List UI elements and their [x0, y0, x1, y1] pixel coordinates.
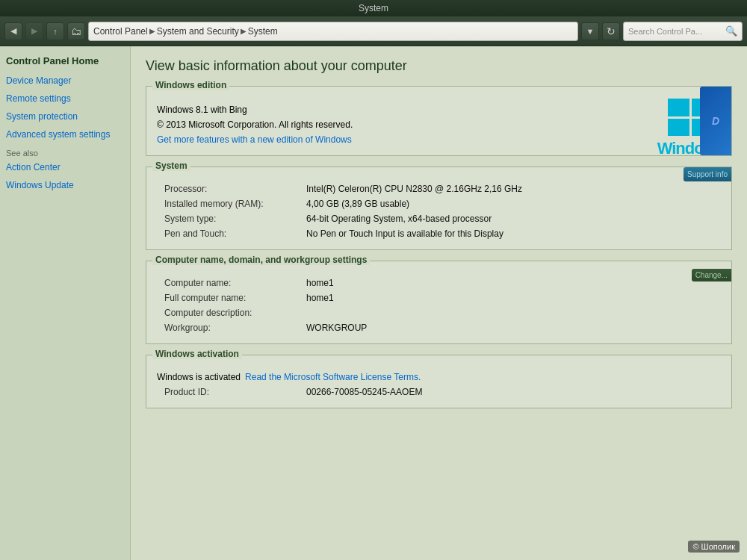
computer-desc-label: Computer description: [157, 308, 306, 318]
breadcrumb-system[interactable]: System [248, 26, 278, 37]
system-section-label: System [152, 161, 190, 171]
computer-name-label: Computer name: [157, 278, 306, 288]
content-area: View basic information about your comput… [131, 46, 747, 560]
computer-name-row: Computer name: home1 [157, 278, 721, 288]
sidebar-system-protection[interactable]: System protection [6, 111, 124, 122]
sidebar-home-link[interactable]: Control Panel Home [6, 55, 124, 66]
refresh-button[interactable]: ↻ [602, 22, 620, 40]
back-button[interactable]: ◀ [4, 22, 22, 40]
computer-desc-row: Computer description: [157, 308, 721, 318]
win-tile-1 [668, 99, 689, 116]
title-text: System [359, 3, 388, 13]
computer-name-value: home1 [306, 278, 334, 288]
computer-name-section: Computer name, domain, and workgroup set… [146, 261, 732, 344]
breadcrumb-sep-1: ▶ [149, 27, 155, 35]
system-section: System Support info Processor: Intel(R) … [146, 167, 732, 250]
pen-touch-row: Pen and Touch: No Pen or Touch Input is … [157, 228, 721, 239]
support-info-text: Support info [687, 170, 728, 178]
full-computer-name-row: Full computer name: home1 [157, 293, 721, 303]
edition-row: Windows 8.1 with Bing [157, 105, 721, 115]
dropdown-button[interactable]: ▼ [581, 22, 599, 40]
system-type-value: 64-bit Operating System, x64-based proce… [306, 214, 492, 224]
windows-edition-content: Windows 8.1 with Bing © 2013 Microsoft C… [157, 105, 721, 145]
dell-logo: D [700, 87, 731, 155]
breadcrumb-control-panel[interactable]: Control Panel [93, 26, 148, 37]
full-computer-name-label: Full computer name: [157, 293, 306, 303]
edition-value: Windows 8.1 with Bing [157, 105, 247, 115]
see-also-label: See also [6, 149, 124, 158]
copyright-text: © 2013 Microsoft Corporation. All rights… [157, 119, 353, 130]
more-features-row: Get more features with a new edition of … [157, 134, 721, 145]
product-id-row: Product ID: 00266-70085-05245-AAOEM [157, 387, 721, 397]
ram-row: Installed memory (RAM): 4,00 GB (3,89 GB… [157, 199, 721, 209]
activation-section-label: Windows activation [152, 349, 242, 359]
pen-touch-label: Pen and Touch: [157, 228, 306, 239]
sidebar: Control Panel Home Device Manager Remote… [0, 46, 131, 560]
license-terms-link[interactable]: Read the Microsoft Software License Term… [245, 372, 421, 382]
workgroup-value: WORKGROUP [306, 323, 367, 333]
system-type-row: System type: 64-bit Operating System, x6… [157, 214, 721, 224]
pen-touch-value: No Pen or Touch Input is available for t… [306, 228, 503, 239]
search-box[interactable]: Search Control Pa... 🔍 [623, 22, 743, 41]
activation-status: Windows is activated [157, 372, 241, 382]
product-id-label: Product ID: [157, 387, 306, 397]
windows-edition-section: Windows edition Windows D Windows 8.1 wi… [146, 86, 732, 156]
ram-label: Installed memory (RAM): [157, 199, 306, 209]
processor-value: Intel(R) Celeron(R) CPU N2830 @ 2.16GHz … [306, 184, 522, 194]
windows-edition-label: Windows edition [152, 80, 229, 90]
watermark: © Шополик [688, 541, 740, 553]
title-bar: System [0, 0, 747, 16]
sidebar-remote-settings[interactable]: Remote settings [6, 93, 124, 104]
breadcrumb[interactable]: Control Panel ▶ System and Security ▶ Sy… [88, 22, 578, 41]
change-settings-button[interactable]: Change... [692, 269, 731, 281]
forward-button[interactable]: ▶ [25, 22, 43, 40]
folder-icon: 🗂 [67, 22, 85, 40]
activation-section: Windows activation Windows is activated … [146, 355, 732, 408]
sidebar-action-center[interactable]: Action Center [6, 162, 124, 172]
search-icon: 🔍 [725, 25, 737, 37]
support-info-button[interactable]: Support info [684, 167, 731, 181]
search-placeholder: Search Control Pa... [628, 27, 702, 36]
copyright-row: © 2013 Microsoft Corporation. All rights… [157, 119, 721, 130]
product-id-value: 00266-70085-05245-AAOEM [306, 387, 422, 397]
change-settings-text: Change... [695, 271, 728, 279]
workgroup-label: Workgroup: [157, 323, 306, 333]
breadcrumb-sep-2: ▶ [241, 27, 247, 35]
address-bar: ◀ ▶ ↑ 🗂 Control Panel ▶ System and Secur… [0, 16, 747, 46]
win-tile-3 [668, 119, 689, 137]
sidebar-windows-update[interactable]: Windows Update [6, 180, 124, 190]
up-button[interactable]: ↑ [46, 22, 64, 40]
system-type-label: System type: [157, 214, 306, 224]
breadcrumb-system-security[interactable]: System and Security [157, 26, 239, 37]
workgroup-row: Workgroup: WORKGROUP [157, 323, 721, 333]
ram-value: 4,00 GB (3,89 GB usable) [306, 199, 409, 209]
sidebar-advanced-settings[interactable]: Advanced system settings [6, 129, 124, 140]
more-features-link[interactable]: Get more features with a new edition of … [157, 134, 352, 145]
processor-label: Processor: [157, 184, 306, 194]
full-computer-name-value: home1 [306, 293, 334, 303]
computer-name-section-label: Computer name, domain, and workgroup set… [152, 255, 370, 265]
activation-status-row: Windows is activated Read the Microsoft … [157, 372, 721, 382]
processor-row: Processor: Intel(R) Celeron(R) CPU N2830… [157, 184, 721, 194]
sidebar-device-manager[interactable]: Device Manager [6, 75, 124, 86]
page-title: View basic information about your comput… [146, 58, 732, 74]
main-area: Control Panel Home Device Manager Remote… [0, 46, 747, 560]
dell-letter: D [712, 115, 719, 127]
